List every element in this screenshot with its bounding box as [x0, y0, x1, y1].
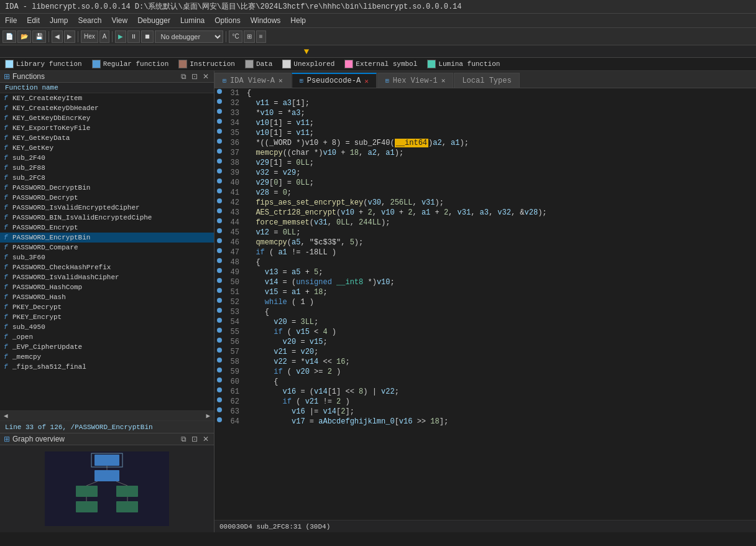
table-row[interactable]: 34 v10[1] = v11;: [214, 118, 756, 128]
tab-ida-close[interactable]: ✕: [279, 76, 283, 85]
table-row[interactable]: 54 v20 = 3LL;: [214, 317, 756, 327]
menu-item-view[interactable]: View: [106, 15, 132, 26]
function-item[interactable]: fsub_4950: [0, 322, 214, 332]
table-row[interactable]: 57 v21 = v20;: [214, 347, 756, 357]
menu-item-help[interactable]: Help: [285, 15, 311, 26]
code-area[interactable]: 31{32 v11 = a3[1];33 *v10 = *a3;34 v10[1…: [214, 88, 756, 520]
functions-dock-btn[interactable]: ⊡: [190, 72, 199, 81]
menu-item-jump[interactable]: Jump: [45, 15, 73, 26]
table-row[interactable]: 61 v16 = (v14[1] << 8) | v22;: [214, 387, 756, 397]
menu-item-options[interactable]: Options: [210, 15, 245, 26]
table-row[interactable]: 45 v12 = 0LL;: [214, 228, 756, 238]
toolbar-pause[interactable]: ⏸: [127, 30, 140, 43]
functions-list[interactable]: fKEY_CreateKeyItemfKEY_CreateKeyDbHeader…: [0, 93, 214, 410]
function-item[interactable]: f_open: [0, 332, 214, 342]
toolbar-forward[interactable]: ▶: [64, 30, 75, 43]
scroll-left[interactable]: ◀: [1, 411, 11, 420]
function-item[interactable]: fKEY_CreateKeyItem: [0, 93, 214, 103]
table-row[interactable]: 59 if ( v20 >= 2 ): [214, 367, 756, 377]
toolbar-save[interactable]: 💾: [32, 30, 46, 43]
tab-local-types[interactable]: Local Types: [454, 73, 519, 88]
tab-hex-view[interactable]: ⊞ Hex View-1 ✕: [377, 73, 454, 88]
function-item[interactable]: fPASSWORD_IsValidHashCipher: [0, 272, 214, 282]
function-item[interactable]: fPKEY_Decrypt: [0, 302, 214, 312]
table-row[interactable]: 53 {: [214, 307, 756, 317]
function-item[interactable]: fPASSWORD_Decrypt: [0, 193, 214, 203]
tab-pseudo-close[interactable]: ✕: [364, 77, 369, 85]
toolbar-hex[interactable]: Hex: [81, 30, 98, 43]
graph-dock-btn[interactable]: ⊡: [190, 435, 199, 443]
table-row[interactable]: 49 v13 = a5 + 5;: [214, 267, 756, 277]
function-item[interactable]: fsub_2FC8: [0, 173, 214, 183]
function-item[interactable]: fPKEY_Encrypt: [0, 312, 214, 322]
function-item[interactable]: fsub_3F60: [0, 252, 214, 262]
table-row[interactable]: 50 v14 = (unsigned __int8 *)v10;: [214, 277, 756, 287]
toolbar-seg[interactable]: ≡: [256, 30, 266, 43]
toolbar-celsius[interactable]: °C: [229, 30, 242, 43]
table-row[interactable]: 58 v22 = *v14 << 16;: [214, 357, 756, 367]
toolbar-stop[interactable]: ⏹: [141, 30, 154, 43]
function-item[interactable]: fKEY_GetKeyDbEncrKey: [0, 113, 214, 123]
table-row[interactable]: 56 v20 = v15;: [214, 337, 756, 347]
function-item[interactable]: fPASSWORD_EncryptBin: [0, 233, 214, 243]
function-item[interactable]: f_EVP_CipherUpdate: [0, 342, 214, 352]
debugger-dropdown[interactable]: No debugger: [155, 30, 223, 43]
menu-item-lumina[interactable]: Lumina: [175, 15, 210, 26]
function-item[interactable]: fKEY_GetKey: [0, 143, 214, 153]
table-row[interactable]: 41 v28 = 0;: [214, 188, 756, 198]
menu-item-file[interactable]: File: [0, 15, 22, 26]
table-row[interactable]: 36 *((_WORD *)v10 + 8) = sub_2F40(__int6…: [214, 138, 756, 148]
function-item[interactable]: fPASSWORD_Hash: [0, 292, 214, 302]
toolbar-back[interactable]: ◀: [52, 30, 63, 43]
toolbar-open[interactable]: 📂: [17, 30, 31, 43]
table-row[interactable]: 46 qmemcpy(a5, "$c$3$", 5);: [214, 238, 756, 248]
function-item[interactable]: fPASSWORD_DecryptBin: [0, 183, 214, 193]
table-row[interactable]: 47 if ( a1 != -18LL ): [214, 248, 756, 257]
table-row[interactable]: 38 v29[1] = 0LL;: [214, 158, 756, 168]
table-row[interactable]: 55 if ( v15 < 4 ): [214, 327, 756, 337]
function-item[interactable]: fPASSWORD_BIN_IsValidEncryptedCiphe: [0, 213, 214, 223]
function-item[interactable]: fsub_2F88: [0, 163, 214, 173]
functions-float-btn[interactable]: ⧉: [180, 72, 188, 81]
table-row[interactable]: 39 v32 = v29;: [214, 168, 756, 178]
function-item[interactable]: fKEY_GetKeyData: [0, 133, 214, 143]
scroll-right[interactable]: ▶: [203, 411, 213, 420]
table-row[interactable]: 48 {: [214, 257, 756, 267]
menu-item-debugger[interactable]: Debugger: [132, 15, 175, 26]
table-row[interactable]: 44 force_memset(v31, 0LL, 244LL);: [214, 218, 756, 228]
table-row[interactable]: 32 v11 = a3[1];: [214, 98, 756, 108]
table-row[interactable]: 40 v29[0] = 0LL;: [214, 178, 756, 188]
graph-close-btn[interactable]: ✕: [201, 435, 210, 443]
toolbar-run[interactable]: ▶: [115, 30, 126, 43]
table-row[interactable]: 62 if ( v21 != 2 ): [214, 397, 756, 407]
function-item[interactable]: fsub_2F40: [0, 153, 214, 163]
table-row[interactable]: 35 v10[1] = v11;: [214, 128, 756, 138]
table-row[interactable]: 42 fips_aes_set_encrypt_key(v30, 256LL, …: [214, 198, 756, 208]
graph-float-btn[interactable]: ⧉: [180, 435, 188, 443]
function-item[interactable]: fKEY_CreateKeyDbHeader: [0, 103, 214, 113]
tab-pseudocode[interactable]: ⊞ Pseudocode-A ✕: [292, 73, 377, 88]
table-row[interactable]: 60 {: [214, 377, 756, 387]
table-row[interactable]: 31{: [214, 88, 756, 98]
function-item[interactable]: fPASSWORD_IsValidEncryptedCipher: [0, 203, 214, 213]
function-item[interactable]: fKEY_ExportToKeyFile: [0, 123, 214, 133]
functions-close-btn[interactable]: ✕: [201, 72, 210, 81]
table-row[interactable]: 63 v16 |= v14[2];: [214, 407, 756, 417]
function-item[interactable]: f_fips_sha512_final: [0, 362, 214, 372]
tab-hex-close[interactable]: ✕: [441, 76, 446, 85]
table-row[interactable]: 51 v15 = a1 + 18;: [214, 287, 756, 297]
table-row[interactable]: 43 AES_ctr128_encrypt(v10 + 2, v10 + 2, …: [214, 208, 756, 218]
function-item[interactable]: f_memcpy: [0, 352, 214, 362]
table-row[interactable]: 52 while ( 1 ): [214, 297, 756, 307]
table-row[interactable]: 64 v17 = aAbcdefghijklmn_0[v16 >> 18];: [214, 417, 756, 427]
toolbar-new[interactable]: 📄: [2, 30, 16, 43]
table-row[interactable]: 33 *v10 = *a3;: [214, 108, 756, 118]
tab-ida-view[interactable]: ⊞ IDA View-A ✕: [214, 73, 291, 88]
menu-item-edit[interactable]: Edit: [22, 15, 45, 26]
function-item[interactable]: fPASSWORD_CheckHashPrefix: [0, 262, 214, 272]
function-item[interactable]: fPASSWORD_HashComp: [0, 282, 214, 292]
toolbar-asm[interactable]: A: [99, 30, 110, 43]
toolbar-mem[interactable]: ⊞: [244, 30, 255, 43]
function-item[interactable]: fPASSWORD_Encrypt: [0, 223, 214, 233]
menu-item-search[interactable]: Search: [73, 15, 106, 26]
